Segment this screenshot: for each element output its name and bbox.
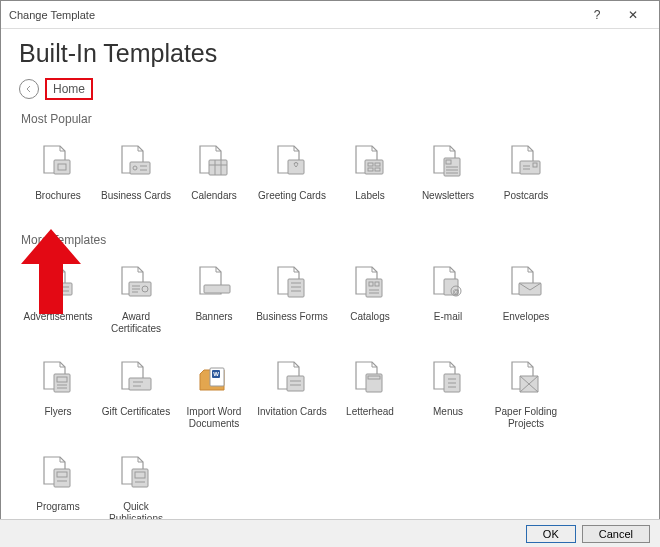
template-postcards[interactable]: Postcards	[487, 136, 565, 231]
programs-icon	[36, 451, 80, 495]
svg-rect-21	[366, 279, 382, 297]
template-invitation-cards[interactable]: Invitation Cards	[253, 352, 331, 447]
template-label: Invitation Cards	[257, 406, 326, 418]
template-label: Envelopes	[503, 311, 550, 323]
svg-rect-0	[54, 160, 70, 174]
template-label: E-mail	[434, 311, 462, 323]
template-label: Paper Folding Projects	[489, 406, 563, 430]
svg-rect-34	[287, 376, 304, 391]
template-award-certificates[interactable]: Award Certificates	[97, 257, 175, 352]
greeting-card-icon	[270, 140, 314, 184]
ok-button[interactable]: OK	[526, 525, 576, 543]
svg-rect-30	[129, 378, 151, 390]
template-email[interactable]: @ E-mail	[409, 257, 487, 352]
svg-rect-6	[365, 160, 383, 174]
catalog-icon	[348, 261, 392, 305]
template-label: Gift Certificates	[102, 406, 170, 418]
template-label: Quick Publications	[99, 501, 173, 519]
import-word-icon: W	[192, 356, 236, 400]
email-icon: @	[426, 261, 470, 305]
template-label: Letterhead	[346, 406, 394, 418]
page-title: Built-In Templates	[19, 39, 641, 68]
labels-icon	[348, 140, 392, 184]
dialog-footer: OK Cancel	[0, 519, 660, 547]
svg-rect-4	[209, 160, 227, 175]
flyer-icon	[36, 356, 80, 400]
template-label: Newsletters	[422, 190, 474, 202]
help-icon[interactable]: ?	[579, 8, 615, 22]
template-brochures[interactable]: Brochures	[19, 136, 97, 231]
section-more-templates: More Templates	[21, 233, 641, 247]
template-advertisements[interactable]: Advertisements	[19, 257, 97, 352]
letterhead-icon	[348, 356, 392, 400]
svg-rect-20	[288, 279, 304, 297]
popular-grid: Brochures Business Cards Calendars Greet…	[19, 136, 641, 231]
template-calendars[interactable]: Calendars	[175, 136, 253, 231]
svg-text:W: W	[213, 371, 219, 377]
title-bar: Change Template ? ✕	[1, 1, 659, 29]
template-label: Business Forms	[256, 311, 328, 323]
template-gift-certificates[interactable]: Gift Certificates	[97, 352, 175, 447]
template-quick-publications[interactable]: Quick Publications	[97, 447, 175, 519]
banner-icon	[192, 261, 236, 305]
chevron-left-icon	[25, 85, 33, 93]
calendar-icon	[192, 140, 236, 184]
svg-text:@: @	[452, 288, 459, 295]
template-greeting-cards[interactable]: Greeting Cards	[253, 136, 331, 231]
envelope-icon	[504, 261, 548, 305]
template-programs[interactable]: Programs	[19, 447, 97, 519]
postcard-icon	[504, 140, 548, 184]
invitation-icon	[270, 356, 314, 400]
template-label: Brochures	[35, 190, 81, 202]
window-title: Change Template	[9, 9, 579, 21]
template-label: Greeting Cards	[258, 190, 326, 202]
template-label: Calendars	[191, 190, 237, 202]
template-label: Programs	[36, 501, 79, 513]
back-button[interactable]	[19, 79, 39, 99]
template-label: Business Cards	[101, 190, 171, 202]
template-business-cards[interactable]: Business Cards	[97, 136, 175, 231]
svg-rect-19	[204, 285, 230, 293]
gift-cert-icon	[114, 356, 158, 400]
template-import-word[interactable]: W Import Word Documents	[175, 352, 253, 447]
template-banners[interactable]: Banners	[175, 257, 253, 352]
template-letterhead[interactable]: Letterhead	[331, 352, 409, 447]
close-icon[interactable]: ✕	[615, 8, 651, 22]
template-label: Award Certificates	[99, 311, 173, 335]
template-paper-folding[interactable]: Paper Folding Projects	[487, 352, 565, 447]
menu-icon	[426, 356, 470, 400]
template-catalogs[interactable]: Catalogs	[331, 257, 409, 352]
quick-pub-icon	[114, 451, 158, 495]
breadcrumb: Home	[19, 78, 641, 100]
template-label: Import Word Documents	[177, 406, 251, 430]
cancel-button[interactable]: Cancel	[582, 525, 650, 543]
breadcrumb-home[interactable]: Home	[45, 78, 93, 100]
template-label: Postcards	[504, 190, 548, 202]
business-card-icon	[114, 140, 158, 184]
template-label: Catalogs	[350, 311, 389, 323]
form-icon	[270, 261, 314, 305]
template-flyers[interactable]: Flyers	[19, 352, 97, 447]
template-business-forms[interactable]: Business Forms	[253, 257, 331, 352]
template-label: Advertisements	[24, 311, 93, 323]
advertisements-icon	[36, 261, 80, 305]
more-grid: Advertisements Award Certificates Banner…	[19, 257, 641, 519]
dialog-content: Built-In Templates Home Most Popular Bro…	[1, 29, 659, 519]
template-label: Labels	[355, 190, 384, 202]
template-label: Menus	[433, 406, 463, 418]
paper-fold-icon	[504, 356, 548, 400]
template-envelopes[interactable]: Envelopes	[487, 257, 565, 352]
section-most-popular: Most Popular	[21, 112, 641, 126]
template-label: Flyers	[44, 406, 71, 418]
template-newsletters[interactable]: Newsletters	[409, 136, 487, 231]
brochure-icon	[36, 140, 80, 184]
template-menus[interactable]: Menus	[409, 352, 487, 447]
newsletter-icon	[426, 140, 470, 184]
template-label: Banners	[195, 311, 232, 323]
award-icon	[114, 261, 158, 305]
template-labels[interactable]: Labels	[331, 136, 409, 231]
